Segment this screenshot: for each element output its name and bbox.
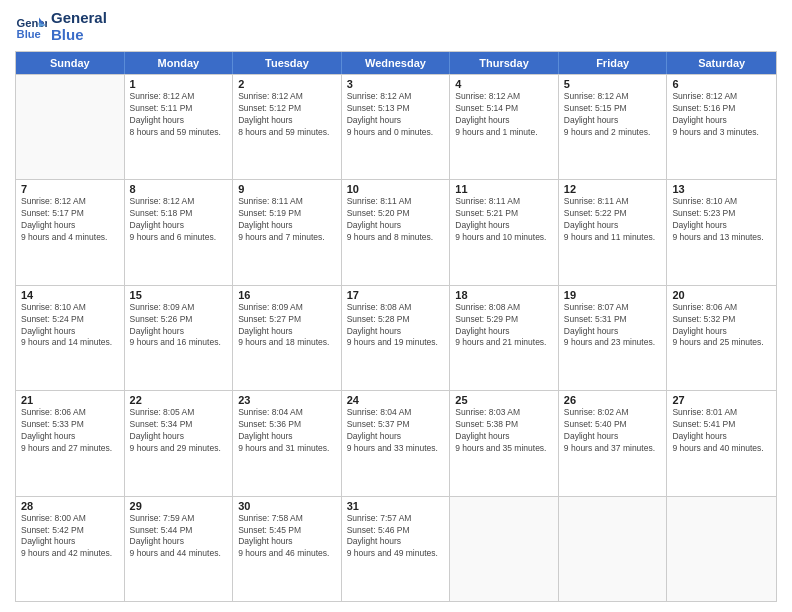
day-number: 19 bbox=[564, 289, 662, 301]
day-info: Sunrise: 8:09 AMSunset: 5:26 PMDaylight … bbox=[130, 302, 228, 350]
calendar-cell bbox=[667, 497, 776, 601]
day-info: Sunrise: 8:12 AMSunset: 5:13 PMDaylight … bbox=[347, 91, 445, 139]
header: General Blue General Blue bbox=[15, 10, 777, 43]
calendar-header: Sunday Monday Tuesday Wednesday Thursday… bbox=[16, 52, 776, 74]
day-info: Sunrise: 8:12 AMSunset: 5:15 PMDaylight … bbox=[564, 91, 662, 139]
calendar-row-4: 28Sunrise: 8:00 AMSunset: 5:42 PMDayligh… bbox=[16, 496, 776, 601]
calendar-row-1: 7Sunrise: 8:12 AMSunset: 5:17 PMDaylight… bbox=[16, 179, 776, 284]
day-info: Sunrise: 8:11 AMSunset: 5:21 PMDaylight … bbox=[455, 196, 553, 244]
day-number: 30 bbox=[238, 500, 336, 512]
day-info: Sunrise: 8:07 AMSunset: 5:31 PMDaylight … bbox=[564, 302, 662, 350]
calendar-cell: 5Sunrise: 8:12 AMSunset: 5:15 PMDaylight… bbox=[559, 75, 668, 179]
weekday-monday: Monday bbox=[125, 52, 234, 74]
calendar-cell bbox=[16, 75, 125, 179]
day-number: 25 bbox=[455, 394, 553, 406]
day-info: Sunrise: 8:01 AMSunset: 5:41 PMDaylight … bbox=[672, 407, 771, 455]
calendar-cell: 1Sunrise: 8:12 AMSunset: 5:11 PMDaylight… bbox=[125, 75, 234, 179]
day-number: 9 bbox=[238, 183, 336, 195]
day-number: 22 bbox=[130, 394, 228, 406]
weekday-saturday: Saturday bbox=[667, 52, 776, 74]
calendar-cell: 11Sunrise: 8:11 AMSunset: 5:21 PMDayligh… bbox=[450, 180, 559, 284]
calendar-cell: 14Sunrise: 8:10 AMSunset: 5:24 PMDayligh… bbox=[16, 286, 125, 390]
day-number: 8 bbox=[130, 183, 228, 195]
day-info: Sunrise: 8:11 AMSunset: 5:20 PMDaylight … bbox=[347, 196, 445, 244]
calendar-cell: 2Sunrise: 8:12 AMSunset: 5:12 PMDaylight… bbox=[233, 75, 342, 179]
day-number: 12 bbox=[564, 183, 662, 195]
calendar-cell: 24Sunrise: 8:04 AMSunset: 5:37 PMDayligh… bbox=[342, 391, 451, 495]
calendar-cell: 21Sunrise: 8:06 AMSunset: 5:33 PMDayligh… bbox=[16, 391, 125, 495]
day-number: 3 bbox=[347, 78, 445, 90]
calendar-cell: 28Sunrise: 8:00 AMSunset: 5:42 PMDayligh… bbox=[16, 497, 125, 601]
calendar-cell: 4Sunrise: 8:12 AMSunset: 5:14 PMDaylight… bbox=[450, 75, 559, 179]
day-info: Sunrise: 7:59 AMSunset: 5:44 PMDaylight … bbox=[130, 513, 228, 561]
day-info: Sunrise: 8:08 AMSunset: 5:29 PMDaylight … bbox=[455, 302, 553, 350]
day-info: Sunrise: 8:06 AMSunset: 5:33 PMDaylight … bbox=[21, 407, 119, 455]
day-number: 21 bbox=[21, 394, 119, 406]
calendar-row-2: 14Sunrise: 8:10 AMSunset: 5:24 PMDayligh… bbox=[16, 285, 776, 390]
calendar-cell: 18Sunrise: 8:08 AMSunset: 5:29 PMDayligh… bbox=[450, 286, 559, 390]
day-info: Sunrise: 8:05 AMSunset: 5:34 PMDaylight … bbox=[130, 407, 228, 455]
day-info: Sunrise: 8:00 AMSunset: 5:42 PMDaylight … bbox=[21, 513, 119, 561]
calendar-cell bbox=[450, 497, 559, 601]
weekday-tuesday: Tuesday bbox=[233, 52, 342, 74]
day-info: Sunrise: 8:02 AMSunset: 5:40 PMDaylight … bbox=[564, 407, 662, 455]
calendar-cell: 25Sunrise: 8:03 AMSunset: 5:38 PMDayligh… bbox=[450, 391, 559, 495]
day-number: 7 bbox=[21, 183, 119, 195]
day-number: 13 bbox=[672, 183, 771, 195]
day-number: 31 bbox=[347, 500, 445, 512]
day-info: Sunrise: 8:04 AMSunset: 5:36 PMDaylight … bbox=[238, 407, 336, 455]
day-number: 10 bbox=[347, 183, 445, 195]
logo-icon: General Blue bbox=[15, 11, 47, 43]
day-info: Sunrise: 8:12 AMSunset: 5:12 PMDaylight … bbox=[238, 91, 336, 139]
weekday-sunday: Sunday bbox=[16, 52, 125, 74]
day-info: Sunrise: 8:08 AMSunset: 5:28 PMDaylight … bbox=[347, 302, 445, 350]
calendar-cell: 6Sunrise: 8:12 AMSunset: 5:16 PMDaylight… bbox=[667, 75, 776, 179]
day-info: Sunrise: 8:10 AMSunset: 5:24 PMDaylight … bbox=[21, 302, 119, 350]
calendar-cell: 15Sunrise: 8:09 AMSunset: 5:26 PMDayligh… bbox=[125, 286, 234, 390]
day-number: 23 bbox=[238, 394, 336, 406]
day-info: Sunrise: 8:06 AMSunset: 5:32 PMDaylight … bbox=[672, 302, 771, 350]
day-info: Sunrise: 8:11 AMSunset: 5:22 PMDaylight … bbox=[564, 196, 662, 244]
calendar-row-3: 21Sunrise: 8:06 AMSunset: 5:33 PMDayligh… bbox=[16, 390, 776, 495]
day-info: Sunrise: 8:12 AMSunset: 5:14 PMDaylight … bbox=[455, 91, 553, 139]
day-info: Sunrise: 8:04 AMSunset: 5:37 PMDaylight … bbox=[347, 407, 445, 455]
calendar-cell: 16Sunrise: 8:09 AMSunset: 5:27 PMDayligh… bbox=[233, 286, 342, 390]
calendar-cell: 27Sunrise: 8:01 AMSunset: 5:41 PMDayligh… bbox=[667, 391, 776, 495]
calendar-cell: 8Sunrise: 8:12 AMSunset: 5:18 PMDaylight… bbox=[125, 180, 234, 284]
day-number: 26 bbox=[564, 394, 662, 406]
day-info: Sunrise: 8:09 AMSunset: 5:27 PMDaylight … bbox=[238, 302, 336, 350]
day-number: 11 bbox=[455, 183, 553, 195]
day-number: 16 bbox=[238, 289, 336, 301]
page: General Blue General Blue Sunday Monday … bbox=[0, 0, 792, 612]
day-number: 14 bbox=[21, 289, 119, 301]
calendar-cell: 29Sunrise: 7:59 AMSunset: 5:44 PMDayligh… bbox=[125, 497, 234, 601]
day-info: Sunrise: 7:58 AMSunset: 5:45 PMDaylight … bbox=[238, 513, 336, 561]
calendar-cell: 22Sunrise: 8:05 AMSunset: 5:34 PMDayligh… bbox=[125, 391, 234, 495]
day-info: Sunrise: 8:11 AMSunset: 5:19 PMDaylight … bbox=[238, 196, 336, 244]
day-number: 17 bbox=[347, 289, 445, 301]
calendar-cell: 7Sunrise: 8:12 AMSunset: 5:17 PMDaylight… bbox=[16, 180, 125, 284]
day-number: 27 bbox=[672, 394, 771, 406]
weekday-wednesday: Wednesday bbox=[342, 52, 451, 74]
day-number: 24 bbox=[347, 394, 445, 406]
day-number: 29 bbox=[130, 500, 228, 512]
weekday-friday: Friday bbox=[559, 52, 668, 74]
day-info: Sunrise: 8:12 AMSunset: 5:11 PMDaylight … bbox=[130, 91, 228, 139]
day-number: 15 bbox=[130, 289, 228, 301]
calendar-cell: 20Sunrise: 8:06 AMSunset: 5:32 PMDayligh… bbox=[667, 286, 776, 390]
calendar-row-0: 1Sunrise: 8:12 AMSunset: 5:11 PMDaylight… bbox=[16, 74, 776, 179]
calendar-cell: 26Sunrise: 8:02 AMSunset: 5:40 PMDayligh… bbox=[559, 391, 668, 495]
day-number: 28 bbox=[21, 500, 119, 512]
calendar-cell: 12Sunrise: 8:11 AMSunset: 5:22 PMDayligh… bbox=[559, 180, 668, 284]
calendar-cell bbox=[559, 497, 668, 601]
logo-text: General Blue bbox=[51, 10, 107, 43]
weekday-thursday: Thursday bbox=[450, 52, 559, 74]
day-info: Sunrise: 8:10 AMSunset: 5:23 PMDaylight … bbox=[672, 196, 771, 244]
day-number: 1 bbox=[130, 78, 228, 90]
calendar-cell: 13Sunrise: 8:10 AMSunset: 5:23 PMDayligh… bbox=[667, 180, 776, 284]
day-number: 5 bbox=[564, 78, 662, 90]
calendar-cell: 3Sunrise: 8:12 AMSunset: 5:13 PMDaylight… bbox=[342, 75, 451, 179]
calendar-body: 1Sunrise: 8:12 AMSunset: 5:11 PMDaylight… bbox=[16, 74, 776, 601]
day-number: 20 bbox=[672, 289, 771, 301]
calendar-cell: 9Sunrise: 8:11 AMSunset: 5:19 PMDaylight… bbox=[233, 180, 342, 284]
